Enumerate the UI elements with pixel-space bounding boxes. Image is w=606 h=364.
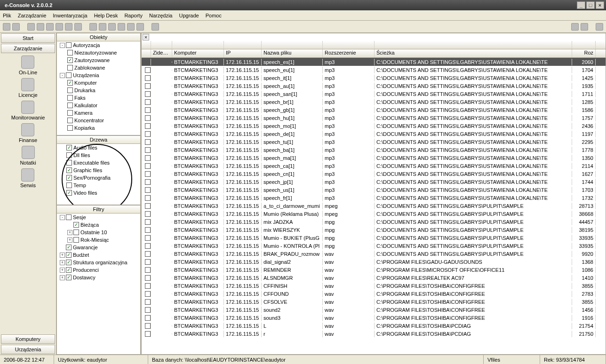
tool-icon[interactable]	[118, 23, 125, 31]
tree-item[interactable]: -Sesje	[57, 214, 140, 221]
table-row[interactable]: BTCMARKETING3172.16.115.15CFFOUNDwavC:\P…	[142, 290, 606, 298]
row-checkbox[interactable]	[145, 227, 151, 233]
close-tab-button[interactable]: ×	[143, 34, 149, 40]
checkbox[interactable]	[66, 182, 72, 188]
tree-item[interactable]: +Ostatnie 10	[57, 229, 140, 236]
table-row[interactable]: BTCMARKETING3172.16.115.15a_to_ci_darmow…	[142, 202, 606, 210]
table-row[interactable]: BTCMARKETING3172.16.115.15speech_hu[1]mp…	[142, 114, 606, 122]
checkbox[interactable]	[66, 145, 72, 150]
nav-item[interactable]: On-Line	[19, 55, 37, 75]
row-checkbox[interactable]	[145, 155, 151, 161]
row-checkbox[interactable]	[145, 267, 151, 273]
table-row[interactable]: BTCMARKETING3172.16.115.15speech_cn[1]mp…	[142, 170, 606, 178]
row-checkbox[interactable]	[145, 275, 151, 281]
checkbox[interactable]	[66, 275, 72, 280]
table-row[interactable]: BTCMARKETING3172.16.115.15speech_es[1]mp…	[142, 58, 606, 66]
table-row[interactable]: BTCMARKETING3172.16.115.15LwavC:\PROGRAM…	[142, 322, 606, 330]
table-row[interactable]: BTCMARKETING3172.16.115.15sound3wavC:\PR…	[142, 314, 606, 322]
table-row[interactable]: BTCMARKETING3172.16.115.15speech_san[1]m…	[142, 90, 606, 98]
checkbox[interactable]	[67, 103, 73, 108]
tool-icon[interactable]	[46, 23, 54, 31]
table-row[interactable]: BTCMARKETING3172.16.115.15sound2wavC:\PR…	[142, 306, 606, 314]
table-row[interactable]: BTCMARKETING3172.16.115.15speech_br[1]mp…	[142, 98, 606, 106]
row-checkbox[interactable]	[145, 115, 151, 121]
table-row[interactable]: BTCMARKETING3172.16.115.15BRAK_PRADU_roz…	[142, 250, 606, 258]
checkbox[interactable]	[66, 190, 72, 196]
tool-icon[interactable]	[152, 23, 159, 31]
table-row[interactable]: BTCMARKETING3172.16.115.15ALSNDMGRwavC:\…	[142, 274, 606, 282]
checkbox[interactable]	[67, 118, 73, 123]
nav-urzadzenia[interactable]: Urządzenia	[1, 345, 55, 354]
tree-item[interactable]: Drukarka	[57, 87, 140, 94]
table-row[interactable]: BTCMARKETING3172.16.115.15rwavC:\PROGRAM…	[142, 330, 606, 338]
table-row[interactable]: BTCMARKETING3172.16.115.15speech_ba[1]mp…	[142, 146, 606, 154]
checkbox[interactable]	[73, 222, 79, 228]
row-checkbox[interactable]	[145, 147, 151, 153]
row-checkbox[interactable]	[145, 211, 151, 217]
tool-icon[interactable]	[3, 23, 10, 31]
expand-icon[interactable]: +	[67, 230, 72, 235]
tree-obiekty[interactable]: -AutoryzacjaNiezautoryzowaneZautoryzowan…	[56, 41, 141, 135]
checkbox[interactable]	[66, 252, 72, 258]
checkbox[interactable]	[66, 260, 72, 265]
tree-item[interactable]: +Dostawcy	[57, 274, 140, 281]
tree-item[interactable]: Kamera	[57, 109, 140, 117]
column-header[interactable]: Ścieżka	[375, 49, 572, 57]
checkbox[interactable]	[67, 87, 73, 93]
row-checkbox[interactable]	[145, 195, 151, 201]
row-checkbox[interactable]	[145, 291, 151, 297]
tree-drzewa[interactable]: Audio filesDll filesExecutable filesGrap…	[56, 144, 141, 205]
tree-item[interactable]: Niezautoryzowane	[57, 49, 140, 56]
tree-item[interactable]: -Autoryzacja	[57, 41, 140, 49]
menu-item[interactable]: Raporty	[124, 13, 143, 18]
checkbox[interactable]	[66, 267, 72, 273]
tree-item[interactable]: +Budżet	[57, 251, 140, 259]
checkbox[interactable]	[67, 95, 73, 101]
tool-icon[interactable]	[12, 23, 20, 31]
tree-item[interactable]: Bieżąca	[57, 221, 140, 229]
nav-start[interactable]: Start	[1, 33, 55, 43]
column-header[interactable]: Zidentyf	[151, 49, 172, 57]
grid-filter-row[interactable]	[142, 41, 606, 49]
minimize-button[interactable]: _	[577, 1, 585, 9]
tree-item[interactable]: Sex/Pornografia	[57, 174, 140, 182]
checkbox[interactable]	[66, 42, 72, 48]
table-row[interactable]: BTCMARKETING3172.16.115.15CFFINISHwavC:\…	[142, 282, 606, 290]
column-header[interactable]: Nazwa pliku	[262, 49, 323, 57]
checkbox[interactable]	[66, 167, 72, 173]
tree-item[interactable]: +Struktura organizacyjna	[57, 259, 140, 266]
expand-icon[interactable]: +	[60, 275, 65, 280]
column-header[interactable]: Rozszerzenie	[323, 49, 375, 57]
nav-item[interactable]: Licencje	[18, 78, 37, 98]
tree-item[interactable]: Kalkulator	[57, 102, 140, 109]
table-row[interactable]: BTCMARKETING3172.16.115.15speech_ca[1]mp…	[142, 162, 606, 170]
column-header[interactable]: Roz	[572, 49, 596, 57]
grid-header[interactable]: ZidentyfKomputerIPNazwa plikuRozszerzeni…	[142, 49, 606, 58]
expand-icon[interactable]: -	[60, 43, 65, 48]
table-row[interactable]: BTCMARKETING3172.16.115.15speech_gb[1]mp…	[142, 106, 606, 114]
tree-item[interactable]: Graphic files	[57, 166, 140, 174]
table-row[interactable]: BTCMARKETING3172.16.115.15Mumio - BUKIET…	[142, 234, 606, 242]
nav-item[interactable]: Finanse	[19, 123, 37, 143]
row-checkbox[interactable]	[145, 283, 151, 289]
row-checkbox[interactable]	[145, 83, 151, 89]
table-row[interactable]: BTCMARKETING3172.16.115.15speech_de[1]mp…	[142, 130, 606, 138]
row-checkbox[interactable]	[145, 163, 151, 169]
menu-item[interactable]: Plik	[3, 13, 11, 18]
tree-item[interactable]: Kopiarka	[57, 124, 140, 132]
tree-item[interactable]: +Rok-Miesiąc	[57, 236, 140, 244]
nav-item[interactable]: Monitorowanie	[11, 101, 45, 120]
expand-icon[interactable]: -	[60, 215, 65, 220]
print-icon[interactable]	[581, 23, 588, 31]
row-checkbox[interactable]	[145, 299, 151, 305]
row-checkbox[interactable]	[145, 99, 151, 105]
tree-item[interactable]: -Urządzenia	[57, 71, 140, 79]
expand-icon[interactable]: +	[60, 260, 65, 265]
checkbox[interactable]	[66, 245, 72, 250]
help-icon[interactable]	[596, 23, 603, 31]
table-row[interactable]: BTCMARKETING3172.16.115.15mix JADZKAmpgC…	[142, 218, 606, 226]
menu-item[interactable]: Help Desk	[94, 13, 118, 18]
tree-filtry[interactable]: -SesjeBieżąca+Ostatnie 10+Rok-MiesiącGwa…	[56, 214, 141, 355]
column-header[interactable]	[142, 49, 151, 57]
nav-zarzadzanie[interactable]: Zarządzanie	[1, 44, 55, 53]
